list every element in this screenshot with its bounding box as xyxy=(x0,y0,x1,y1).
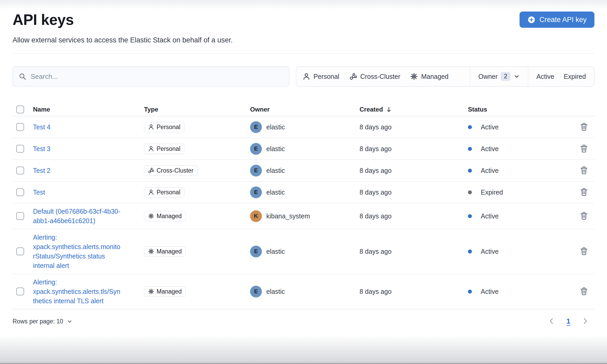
api-key-name-link[interactable]: Test 2 xyxy=(33,166,51,175)
status-label: Active xyxy=(481,145,499,153)
owner-count-badge: 2 xyxy=(501,72,510,81)
search-icon xyxy=(19,73,26,80)
status-dot xyxy=(468,290,472,294)
status-dot xyxy=(468,169,472,173)
api-key-name-link[interactable]: Default (0e67686b-63cf-4b30-abb1-a46be61… xyxy=(33,207,122,225)
page-title: API keys xyxy=(13,11,74,28)
page-number-1[interactable]: 1 xyxy=(566,317,570,326)
chevron-left-icon xyxy=(548,317,555,325)
row-checkbox[interactable] xyxy=(16,188,24,196)
sort-descending-icon xyxy=(385,106,392,113)
filter-expired[interactable]: Expired xyxy=(564,73,586,80)
status-label: Active xyxy=(481,248,499,255)
search-input[interactable] xyxy=(31,73,283,81)
filter-active[interactable]: Active xyxy=(537,73,554,80)
owner-name: elastic xyxy=(266,248,285,255)
filter-expired-label: Expired xyxy=(564,73,586,80)
status-dot xyxy=(468,125,472,129)
user-icon xyxy=(148,146,154,152)
filter-bar: Personal Cross-Cluster Managed Owner 2 xyxy=(296,67,594,86)
column-header-created[interactable]: Created xyxy=(360,106,392,113)
table-row: Alerting: xpack.synthetics.alerts.tls/Sy… xyxy=(13,274,594,309)
filter-cross-cluster-label: Cross-Cluster xyxy=(360,73,400,80)
filter-personal[interactable]: Personal xyxy=(302,73,339,80)
delete-api-key-button[interactable] xyxy=(578,186,589,198)
table-row: Test 2 Cross-Cluster E elastic 8 days ag… xyxy=(13,160,594,181)
filter-owner[interactable]: Owner 2 xyxy=(478,72,520,81)
select-all-checkbox[interactable] xyxy=(16,106,24,113)
page-header: API keys Create API key xyxy=(13,11,594,28)
delete-api-key-button[interactable] xyxy=(578,165,589,177)
table-row: Test Personal E elastic 8 days ago Expir… xyxy=(13,181,594,203)
row-checkbox[interactable] xyxy=(16,123,24,131)
owner-name: elastic xyxy=(266,123,285,131)
created-value: 8 days ago xyxy=(360,248,468,255)
trash-icon xyxy=(580,122,588,131)
api-key-name-link[interactable]: Test xyxy=(33,187,45,197)
type-badge: Managed xyxy=(144,211,186,221)
delete-api-key-button[interactable] xyxy=(578,143,589,155)
column-header-type[interactable]: Type xyxy=(144,106,158,113)
column-header-owner[interactable]: Owner xyxy=(250,106,270,113)
type-filter-group: Personal Cross-Cluster Managed xyxy=(296,67,470,86)
delete-api-key-button[interactable] xyxy=(578,210,589,222)
rows-per-page-button[interactable]: Rows per page: 10 xyxy=(13,318,73,325)
delete-api-key-button[interactable] xyxy=(578,246,589,257)
search-box[interactable] xyxy=(13,67,289,86)
next-page-button[interactable] xyxy=(581,317,590,326)
delete-api-key-button[interactable] xyxy=(578,121,589,133)
created-value: 8 days ago xyxy=(360,167,468,174)
type-badge-label: Personal xyxy=(157,189,180,196)
row-checkbox[interactable] xyxy=(16,145,24,153)
api-key-name-link[interactable]: Alerting: xpack.synthetics.alerts.monito… xyxy=(33,233,122,270)
delete-api-key-button[interactable] xyxy=(578,286,589,297)
owner-avatar: E xyxy=(250,286,262,297)
api-key-name-link[interactable]: Test 4 xyxy=(33,122,51,132)
filter-cross-cluster[interactable]: Cross-Cluster xyxy=(349,73,400,80)
status-dot xyxy=(468,250,472,253)
toolbar: Personal Cross-Cluster Managed Owner 2 xyxy=(13,67,594,86)
owner-avatar: E xyxy=(250,246,262,257)
create-api-key-button[interactable]: Create API key xyxy=(520,12,594,28)
status-dot xyxy=(468,214,472,218)
api-key-name-link[interactable]: Test 3 xyxy=(33,144,51,153)
trash-icon xyxy=(580,144,588,153)
trash-icon xyxy=(580,187,588,196)
create-api-key-label: Create API key xyxy=(539,16,587,24)
column-header-status[interactable]: Status xyxy=(468,106,487,113)
status-label: Active xyxy=(481,167,499,174)
row-checkbox[interactable] xyxy=(16,247,24,255)
row-checkbox[interactable] xyxy=(16,212,24,220)
created-value: 8 days ago xyxy=(360,189,468,196)
filter-owner-label: Owner xyxy=(478,73,498,80)
owner-filter-group: Owner 2 xyxy=(470,67,528,86)
header-divider xyxy=(13,53,594,53)
owner-name: elastic xyxy=(266,145,285,153)
api-keys-page: API keys Create API key Allow external s… xyxy=(0,11,607,364)
owner-avatar: E xyxy=(250,186,262,198)
type-badge: Personal xyxy=(144,122,184,132)
owner-name: elastic xyxy=(266,167,285,174)
owner-avatar: E xyxy=(250,121,262,133)
user-icon xyxy=(148,124,154,130)
status-label: Active xyxy=(481,123,499,131)
type-badge-label: Cross-Cluster xyxy=(157,167,194,174)
trash-icon xyxy=(580,247,588,256)
row-checkbox[interactable] xyxy=(16,167,24,174)
api-key-name-link[interactable]: Alerting: xpack.synthetics.alerts.tls/Sy… xyxy=(33,277,122,306)
type-badge-label: Managed xyxy=(157,248,182,255)
gear-icon xyxy=(148,288,154,295)
type-badge-label: Managed xyxy=(157,213,182,220)
type-badge-label: Personal xyxy=(157,145,180,152)
previous-page-button[interactable] xyxy=(547,317,556,326)
row-checkbox[interactable] xyxy=(16,288,24,295)
type-badge-label: Personal xyxy=(157,124,180,131)
type-badge: Managed xyxy=(144,246,186,257)
column-header-name[interactable]: Name xyxy=(33,106,50,113)
chevron-right-icon xyxy=(581,317,589,325)
owner-avatar: E xyxy=(250,165,262,177)
filter-managed[interactable]: Managed xyxy=(410,73,448,80)
top-fade xyxy=(0,0,607,9)
table-header-row: Name Type Owner Created Status xyxy=(13,103,594,116)
created-value: 8 days ago xyxy=(360,212,468,220)
